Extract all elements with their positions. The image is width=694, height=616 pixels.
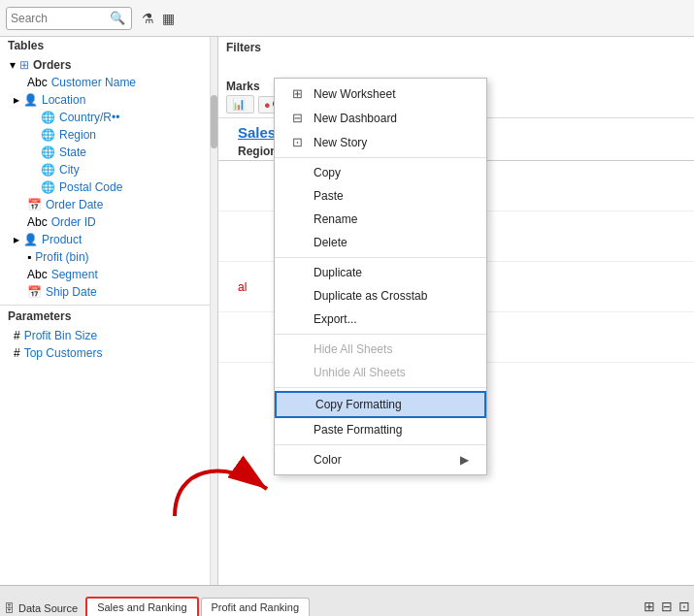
- menu-item-unhide-all: Unhide All Sheets: [275, 361, 486, 384]
- data-source-tab-label[interactable]: Data Source: [18, 602, 78, 614]
- tree-item-state[interactable]: 🌐 State: [0, 144, 210, 161]
- menu-item-paste-formatting[interactable]: Paste Formatting: [275, 418, 486, 441]
- tree-item-order-id[interactable]: Abc Order ID: [0, 213, 210, 231]
- menu-item-delete[interactable]: Delete: [275, 231, 486, 254]
- expand-icon-product: ▸: [14, 233, 19, 246]
- scrollbar-thumb: [211, 95, 217, 148]
- tab-left-icons: 🗄 Data Source: [4, 602, 78, 616]
- marks-bar-chart[interactable]: 📊: [226, 95, 254, 113]
- search-input[interactable]: [11, 12, 108, 25]
- sidebar: Tables ▾ ⊞ Orders Abc Customer Name ▸: [0, 37, 218, 585]
- tree-item-profit-bin-size[interactable]: # Profit Bin Size: [0, 327, 210, 344]
- tables-label: Tables: [0, 37, 210, 56]
- product-label: Product: [42, 233, 82, 246]
- menu-section-edit: Copy Paste Rename Delete: [275, 158, 486, 258]
- sidebar-inner: Tables ▾ ⊞ Orders Abc Customer Name ▸: [0, 37, 217, 585]
- order-date-label: Order Date: [46, 198, 103, 211]
- tab-scroll-left-icon[interactable]: ⊟: [661, 599, 673, 614]
- tree-item-order-date[interactable]: 📅 Order Date: [0, 196, 210, 213]
- copy-label: Copy: [314, 166, 341, 179]
- state-label: State: [59, 146, 86, 159]
- table-icon: ⊞: [19, 58, 29, 72]
- tab-scroll-right-icon[interactable]: ⊡: [678, 599, 690, 614]
- add-sheet-icon[interactable]: ⊞: [644, 599, 655, 614]
- new-story-icon: ⊡: [292, 135, 308, 149]
- export-label: Export...: [314, 312, 357, 326]
- customer-name-label: Customer Name: [51, 76, 136, 89]
- sidebar-scrollbar[interactable]: [210, 37, 217, 585]
- menu-item-new-story[interactable]: ⊡ New Story: [275, 130, 486, 154]
- tree-item-top-customers[interactable]: # Top Customers: [0, 344, 210, 362]
- sidebar-content: Tables ▾ ⊞ Orders Abc Customer Name ▸: [0, 37, 210, 585]
- tree-item-ship-date[interactable]: 📅 Ship Date: [0, 283, 210, 301]
- rename-label: Rename: [314, 212, 357, 226]
- hide-all-label: Hide All Sheets: [314, 342, 392, 356]
- tab-sales-ranking[interactable]: Sales and Ranking: [85, 597, 198, 616]
- location-label: Location: [42, 93, 85, 107]
- color-dots-icon: ●: [264, 99, 271, 111]
- color-label-menu: Color: [314, 453, 342, 467]
- new-dashboard-label: New Dashboard: [314, 112, 397, 125]
- orders-label: Orders: [33, 58, 71, 72]
- unhide-all-label: Unhide All Sheets: [314, 366, 406, 379]
- profit-bin-label: Profit (bin): [35, 250, 88, 264]
- globe-icon: 🌐: [41, 111, 55, 124]
- toolbar-icons: ⚗ ▦: [140, 9, 177, 28]
- color-arrow-icon: ▶: [460, 453, 469, 467]
- menu-item-color[interactable]: Color ▶: [275, 448, 486, 471]
- tree-item-profit-bin[interactable]: ▪ Profit (bin): [0, 248, 210, 266]
- menu-item-hide-all: Hide All Sheets: [275, 338, 486, 361]
- menu-section-color: Color ▶: [275, 445, 486, 474]
- filter-icon[interactable]: ⚗: [140, 9, 156, 28]
- tree-item-postal-code[interactable]: 🌐 Postal Code: [0, 178, 210, 196]
- tree-item-product[interactable]: ▸ 👤 Product: [0, 231, 210, 248]
- new-story-label: New Story: [314, 136, 367, 149]
- menu-item-paste[interactable]: Paste: [275, 184, 486, 208]
- abc-icon: Abc: [27, 76, 48, 89]
- menu-item-copy-formatting[interactable]: Copy Formatting: [275, 391, 486, 418]
- menu-item-duplicate-crosstab[interactable]: Duplicate as Crosstab: [275, 284, 486, 308]
- menu-section-duplicate: Duplicate Duplicate as Crosstab Export..…: [275, 258, 486, 335]
- duplicate-crosstab-label: Duplicate as Crosstab: [314, 289, 427, 303]
- menu-section-formatting: Copy Formatting Paste Formatting: [275, 388, 486, 445]
- person-icon-product: 👤: [23, 233, 38, 246]
- tree-item-city[interactable]: 🌐 City: [0, 161, 210, 178]
- grid-view-icon[interactable]: ▦: [160, 9, 177, 28]
- tab-profit-ranking[interactable]: Profit and Ranking: [201, 598, 311, 616]
- menu-item-rename[interactable]: Rename: [275, 208, 486, 231]
- menu-item-new-dashboard[interactable]: ⊟ New Dashboard: [275, 106, 486, 130]
- abc-icon-order: Abc: [27, 215, 48, 229]
- search-icon[interactable]: 🔍: [110, 11, 125, 25]
- tab-right-icons: ⊞ ⊟ ⊡: [644, 599, 690, 616]
- menu-item-new-worksheet[interactable]: ⊞ New Worksheet: [275, 81, 486, 106]
- tree-item-orders[interactable]: ▾ ⊞ Orders: [0, 56, 210, 74]
- menu-section-new: ⊞ New Worksheet ⊟ New Dashboard ⊡ New St…: [275, 79, 486, 158]
- delete-label: Delete: [314, 236, 347, 249]
- paste-formatting-label: Paste Formatting: [314, 423, 402, 437]
- new-worksheet-label: New Worksheet: [314, 87, 395, 101]
- menu-item-duplicate[interactable]: Duplicate: [275, 261, 486, 284]
- tree-item-segment[interactable]: Abc Segment: [0, 266, 210, 283]
- tree-item-customer-name[interactable]: Abc Customer Name: [0, 74, 210, 91]
- menu-item-copy[interactable]: Copy: [275, 161, 486, 184]
- tree-item-location[interactable]: ▸ 👤 Location: [0, 91, 210, 109]
- calendar-icon: 📅: [27, 198, 42, 211]
- tab-bar: 🗄 Data Source Sales and Ranking Profit a…: [0, 585, 694, 616]
- data-source-icon: 🗄: [4, 602, 15, 614]
- tree-item-region[interactable]: 🌐 Region: [0, 126, 210, 144]
- filters-area: [226, 56, 686, 80]
- hash-icon-profit: #: [14, 329, 20, 342]
- context-menu: ⊞ New Worksheet ⊟ New Dashboard ⊡ New St…: [274, 78, 487, 475]
- app-container: 🔍 ⚗ ▦ Tables ▾ ⊞ Orders: [0, 0, 694, 616]
- person-icon: 👤: [23, 93, 38, 107]
- postal-code-label: Postal Code: [59, 180, 122, 194]
- menu-item-export[interactable]: Export...: [275, 308, 486, 331]
- hash-icon-top-customers: #: [14, 346, 20, 360]
- country-label: Country/R••: [59, 111, 119, 124]
- bar-icon: ▪: [27, 250, 31, 264]
- globe-icon-postal: 🌐: [41, 180, 55, 194]
- region-label: Region: [59, 128, 96, 142]
- new-dashboard-icon: ⊟: [292, 111, 308, 125]
- globe-icon-region: 🌐: [41, 128, 55, 142]
- tree-item-country[interactable]: 🌐 Country/R••: [0, 109, 210, 126]
